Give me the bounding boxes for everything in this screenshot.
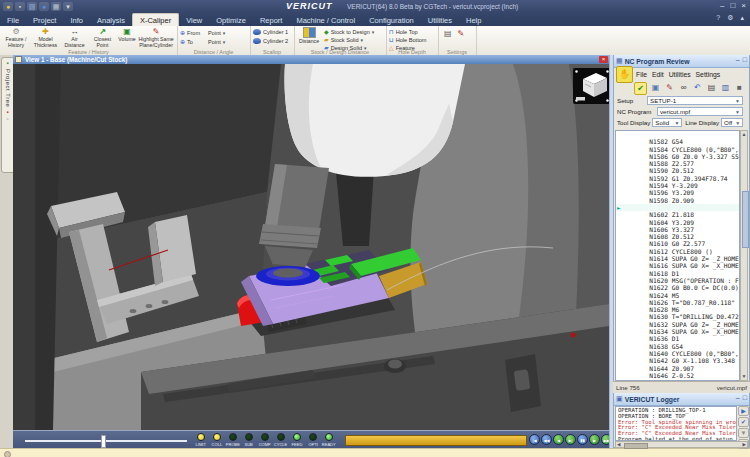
gcode-line[interactable]: N1586 G0 Z0.0 Y-3.327 S5000 D1 <box>616 146 739 153</box>
nc-toolbar-icon[interactable] <box>692 82 703 93</box>
logger-message-list[interactable]: OPERATION : DRILLING_TOP-1OPERATION : BO… <box>615 406 737 441</box>
menu-item[interactable]: Help <box>459 14 488 26</box>
probe-settings-icon[interactable]: ✎ <box>458 29 465 38</box>
gcode-line[interactable]: N1592 G1 Z0.394F78.74 <box>616 167 739 174</box>
setup-select[interactable]: SETUP-1▼ <box>647 96 743 105</box>
menu-item[interactable]: Analysis <box>90 14 132 26</box>
scrollbar-thumb[interactable] <box>624 443 648 449</box>
gcode-line[interactable]: N1612 CYCLE800 () <box>616 240 739 247</box>
gcode-line[interactable]: N1588 Z2.577 <box>616 153 739 160</box>
scroll-left-icon[interactable]: ◀ <box>617 442 620 447</box>
logger-toolbar-icon[interactable] <box>738 417 749 427</box>
gcode-line[interactable]: N1614 SUPA G0 Z= _Z_HOME D0 <box>616 248 739 255</box>
playback-button[interactable]: ▮▮ <box>577 434 588 445</box>
cylinder2-button[interactable]: Cylinder 2 <box>253 38 288 44</box>
menu-item[interactable]: X-Caliper <box>132 13 179 26</box>
nc-toolbar-icon[interactable] <box>706 82 717 93</box>
scroll-right-icon[interactable]: ▶ <box>743 442 746 447</box>
gcode-line[interactable]: N1590 Z0.512 <box>616 160 739 167</box>
nc-toolbar-icon[interactable] <box>664 82 675 93</box>
quick-access-icon[interactable] <box>3 2 13 11</box>
gcode-line[interactable]: N1582 G54 <box>616 131 739 138</box>
minimize-icon[interactable]: – <box>720 1 724 11</box>
panel-float-icon[interactable]: □ <box>743 394 747 401</box>
tool-display-select[interactable]: Solid▼ <box>652 118 682 127</box>
to-point-button[interactable]: ⊕ To Point ▾ <box>180 38 225 45</box>
gcode-line[interactable]: N1630 T="DRILLING_D0.472" <box>616 306 739 313</box>
gcode-line[interactable]: N1636 D1 <box>616 328 739 335</box>
progress-slider-track[interactable] <box>25 440 187 442</box>
ribbon-collapse-icon[interactable]: ▴ <box>740 14 744 22</box>
gcode-line[interactable]: N1626 T="D0.787_R0.118" <box>616 292 739 299</box>
gcode-line[interactable]: N1620 MSG("OPERATION : FLOOR_WALL_P <box>616 270 739 277</box>
model-thickness-button[interactable]: ✚ Model Thickness <box>31 27 60 48</box>
progress-slider-handle[interactable] <box>101 435 106 448</box>
view-title-bar[interactable]: View 1 - Base (Machine/Cut Stock) × <box>13 55 609 64</box>
gcode-line[interactable]: N1638 G54 <box>616 335 739 342</box>
gcode-scrollbar[interactable]: ▲ ▼ <box>740 130 748 381</box>
maximize-icon[interactable]: □ <box>730 1 735 11</box>
list-settings-icon[interactable]: ▤ <box>444 29 452 38</box>
gcode-line[interactable]: N1648 G1 Y3.354 Z-0.521F88.58 <box>616 372 739 379</box>
playback-button[interactable]: |◀ <box>529 434 540 445</box>
distance-button[interactable]: Distance <box>296 27 322 44</box>
nc-menu-file[interactable]: File <box>636 71 647 78</box>
vericut-logger-header[interactable]: ▣ VERICUT Logger – □ <box>614 393 749 406</box>
stock-solid-button[interactable]: ▰ Stock Solid ▾ <box>324 36 363 43</box>
line-display-select[interactable]: Off▼ <box>721 118 743 127</box>
nc-menu-utilities[interactable]: Utilities <box>669 71 691 78</box>
playback-button[interactable]: ▶ <box>589 434 600 445</box>
playback-button[interactable]: ◀◀ <box>541 434 552 445</box>
scroll-down-icon[interactable]: ▼ <box>741 373 747 380</box>
panel-minimize-icon[interactable]: – <box>736 56 740 63</box>
stock-to-design-button[interactable]: ◆ Stock to Design ▾ <box>324 28 374 35</box>
close-icon[interactable]: × <box>741 1 746 11</box>
quick-access-icon[interactable] <box>63 2 73 11</box>
menu-item[interactable]: Machine / Control <box>289 14 362 26</box>
gcode-line[interactable]: N1646 Z-0.52 <box>616 365 739 372</box>
nc-toolbar-icon[interactable] <box>734 82 745 93</box>
nc-menu-settings[interactable]: Settings <box>696 71 721 78</box>
from-point-button[interactable]: ⊕ From Point ▾ <box>180 29 225 36</box>
menu-item[interactable]: Configuration <box>362 14 421 26</box>
gcode-line[interactable]: N1616 SUPA G0 X= _X_HOME Y= _Y_HOME <box>616 255 739 262</box>
gcode-line[interactable]: N1598 Z0.909 <box>616 189 739 196</box>
gcode-line[interactable]: N1644 Z0.907 <box>616 357 739 364</box>
logger-toolbar-icon[interactable] <box>738 428 749 438</box>
gcode-line[interactable]: N1642 G0 X-1.108 Y3.348 S10000 D1 M <box>616 350 739 357</box>
gear-icon[interactable]: ⚙ <box>727 14 733 22</box>
gcode-line[interactable]: N1604 Y3.209 <box>616 211 739 218</box>
hole-top-button[interactable]: ⊓ Hole Top <box>389 28 418 35</box>
gcode-line[interactable]: ►N1602 Z1.818 <box>616 204 739 211</box>
playback-button[interactable]: ▶| <box>565 434 576 445</box>
closest-point-button[interactable]: ↗ Closest Point <box>89 27 116 48</box>
nc-toolbar-icon[interactable] <box>678 82 689 93</box>
gcode-listing[interactable]: N1582 G54 N1584 CYCLE800 (0,"B80",0,57,0… <box>615 130 740 381</box>
panel-minimize-icon[interactable]: – <box>736 394 740 401</box>
gcode-line[interactable]: N1606 Y3.327 <box>616 219 739 226</box>
nc-toolbar-icon[interactable] <box>650 82 661 93</box>
view-close-icon[interactable]: × <box>599 56 608 63</box>
gcode-line[interactable]: N1610 G0 Z2.577 <box>616 233 739 240</box>
volume-button[interactable]: ▣ Volume <box>116 27 138 42</box>
gcode-line[interactable]: N1584 CYCLE800 (0,"B80",0,57,0,.0,.,. <box>616 138 739 145</box>
cylinder1-button[interactable]: Cylinder 1 <box>253 29 288 35</box>
menu-item[interactable]: Report <box>253 14 290 26</box>
menu-item[interactable]: Optimize <box>209 14 253 26</box>
hole-bottom-button[interactable]: ⊔ Hole Bottom <box>389 36 426 43</box>
playback-button[interactable]: ◀ <box>553 434 564 445</box>
quick-access-icon[interactable] <box>51 2 61 11</box>
menu-item[interactable]: Utilities <box>421 14 459 26</box>
scrollbar-thumb[interactable] <box>742 191 749 248</box>
scroll-up-icon[interactable]: ▲ <box>741 131 747 138</box>
xcaliper-tool-icon[interactable]: ✋ <box>616 66 633 83</box>
quick-access-icon[interactable] <box>39 2 49 11</box>
gcode-line[interactable]: N1618 D1 <box>616 262 739 269</box>
gcode-line[interactable]: N1640 CYCLE800 (0,"B80",0,57,0,.0,.,. <box>616 343 739 350</box>
gcode-line[interactable]: N1624 M5 <box>616 284 739 291</box>
nc-program-select[interactable]: vericut.mpf▼ <box>657 107 743 116</box>
logger-toolbar-icon[interactable] <box>738 406 749 416</box>
logger-hscrollbar[interactable]: ◀ ▶ <box>615 441 748 448</box>
menu-item[interactable]: Project <box>26 14 63 26</box>
nc-toolbar-icon[interactable] <box>720 82 731 93</box>
